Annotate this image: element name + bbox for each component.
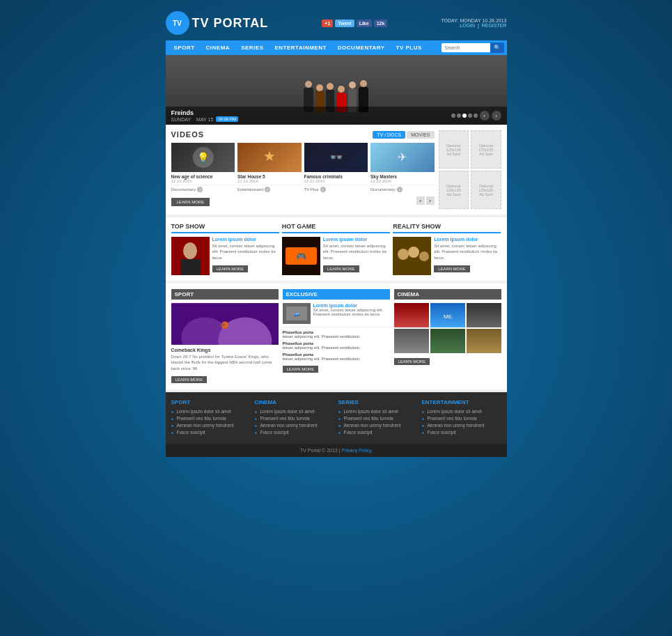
footer-ent-link-4[interactable]: Fusce suscipit — [422, 430, 501, 435]
cinema-poster-6[interactable] — [467, 329, 501, 353]
video-tag-1: Documentary — [171, 187, 196, 192]
hot-game-desc: Sit amet, consec tetuer adipiscing elit.… — [323, 243, 390, 261]
dot-2[interactable] — [457, 114, 461, 118]
tab-movies[interactable]: MOVIES — [407, 131, 434, 139]
cinema-poster-3[interactable] — [467, 303, 501, 327]
video-card-2: ★ Star House 5 12.22.2010 Entertainment … — [237, 143, 302, 192]
footer-ent-link-2[interactable]: Praesent ves tibu lumola — [422, 416, 501, 421]
reality-show-title: REALITY SHOW — [393, 223, 501, 233]
svg-point-6 — [183, 242, 197, 259]
video-thumb-4[interactable]: ✈ — [370, 143, 435, 172]
nav-tvplus[interactable]: TV PLUS — [391, 40, 428, 55]
dot-4[interactable] — [468, 114, 472, 118]
hot-game-btn[interactable]: LEARN MORE — [323, 265, 359, 272]
svg-point-13 — [408, 247, 419, 258]
hero-controls: ‹ › — [451, 111, 501, 121]
nav-search: 🔍 — [442, 42, 504, 53]
video-thumb-3[interactable]: 👓 — [304, 143, 368, 172]
svg-text:💡: 💡 — [197, 152, 210, 164]
register-link[interactable]: REGISTER — [482, 23, 507, 28]
svg-point-14 — [419, 251, 429, 261]
info-icon-4[interactable]: i — [397, 187, 403, 192]
video-date-3: 12.22.2010 — [304, 179, 368, 183]
footer-series-link-3[interactable]: Aenean non ummy hendrerit — [338, 423, 418, 428]
video-tag-3: TV Plus — [304, 187, 319, 192]
video-date-1: 12.22.2010 — [171, 179, 235, 183]
reality-show-image[interactable] — [393, 237, 431, 275]
video-thumb-2[interactable]: ★ — [237, 143, 302, 172]
nav-sport[interactable]: SPORT — [169, 40, 201, 55]
footer-sport-link-1[interactable]: Lorem ipsum dolor sit amet — [171, 409, 251, 414]
tab-tv-docs[interactable]: TV / DOCS — [373, 131, 405, 139]
video-title-1: New age of science — [171, 174, 235, 179]
footer-col-cinema: CINEMA Lorem ipsum dolor sit amet Praese… — [255, 399, 334, 437]
gplus-button[interactable]: +1 — [322, 20, 333, 27]
footer-cinema-link-4[interactable]: Fusce suscipit — [255, 430, 334, 435]
video-prev[interactable]: ‹ — [416, 196, 425, 205]
panel-reality-show: REALITY SHOW Lorem ipsum dolor Sit amet,… — [393, 223, 501, 275]
privacy-link[interactable]: Privacy Policy — [341, 448, 372, 453]
dot-5[interactable] — [474, 114, 478, 118]
top-show-title: TOP SHOW — [171, 223, 279, 233]
svg-text:🎮: 🎮 — [295, 251, 306, 261]
hero-next-button[interactable]: › — [492, 111, 501, 121]
nav-series[interactable]: SERIES — [235, 40, 269, 55]
footer-cinema-link-2[interactable]: Praesent ves tibu lumola — [255, 416, 334, 421]
footer-col-series: SERIES Lorem ipsum dolor sit amet Praese… — [338, 399, 418, 437]
twitter-button[interactable]: Tweet — [335, 20, 354, 27]
footer-sport-link-2[interactable]: Praesent ves tibu lumola — [171, 416, 251, 421]
nav-documentary[interactable]: DOCUMENTARY — [332, 40, 391, 55]
cinema-poster-1[interactable] — [394, 303, 429, 327]
footer-series-link-1[interactable]: Lorem ipsum dolor sit amet — [338, 409, 418, 414]
logo-area: TV TV PORTAL — [166, 11, 269, 35]
cinema-poster-2[interactable]: ME — [430, 303, 465, 327]
search-button[interactable]: 🔍 — [490, 42, 504, 53]
dot-1[interactable] — [451, 114, 455, 118]
exclusive-learn-more[interactable]: LEARN MORE — [283, 366, 319, 373]
cinema-learn-more[interactable]: LEARN MORE — [394, 358, 430, 365]
ad-spot-1: Optional125x125Ad Spot — [439, 130, 469, 169]
video-title-3: Famous criminals — [304, 174, 368, 179]
excl-main-title: Lorem ipsum dolor — [313, 303, 390, 308]
login-link[interactable]: LOGIN — [460, 23, 475, 28]
nav-cinema[interactable]: CINEMA — [201, 40, 236, 55]
video-thumb-1[interactable]: 💡 — [171, 143, 235, 172]
footer-cinema-link-3[interactable]: Aenean non ummy hendrerit — [255, 423, 334, 428]
footer-cinema-link-1[interactable]: Lorem ipsum dolor sit amet — [255, 409, 334, 414]
panel-top-show: TOP SHOW Lorem ipsum dolor Sit amet, con… — [171, 223, 279, 275]
search-input[interactable] — [442, 43, 490, 52]
header: TV TV PORTAL +1 Tweet Like 12k TODAY: MO… — [166, 7, 507, 39]
info-icon-2[interactable]: i — [265, 187, 270, 192]
info-icon-3[interactable]: i — [320, 187, 326, 192]
footer-sport-link-4[interactable]: Fusce suscipit — [171, 430, 251, 435]
cinema-poster-5[interactable] — [430, 329, 465, 353]
svg-point-12 — [398, 249, 409, 260]
footer-series-link-2[interactable]: Praesent ves tibu lumola — [338, 416, 418, 421]
video-next[interactable]: › — [426, 196, 435, 205]
info-icon-1[interactable]: i — [197, 187, 203, 192]
sport-desc: Down 29-7 No problem for Tyreke Evans' K… — [171, 354, 279, 371]
reality-show-btn[interactable]: LEARN MORE — [434, 265, 470, 272]
sport-image[interactable]: 🏀 — [171, 303, 279, 345]
hero-prev-button[interactable]: ‹ — [480, 111, 490, 121]
cinema-poster-4[interactable] — [394, 329, 429, 353]
top-show-btn[interactable]: LEARN MORE — [212, 265, 249, 272]
videos-section: VIDEOS TV / DOCS MOVIES 💡 New age of sci… — [166, 125, 507, 215]
footer-sport-link-3[interactable]: Aenean non ummy hendrerit — [171, 423, 251, 428]
sport-learn-more[interactable]: LEARN MORE — [171, 376, 208, 383]
footer-ent-link-1[interactable]: Lorem ipsum dolor sit amet — [422, 409, 501, 414]
reality-show-label: Lorem ipsum dolor — [434, 237, 501, 242]
dot-3[interactable] — [462, 114, 467, 118]
excl-main-image[interactable]: 🚙 — [283, 303, 311, 324]
top-show-image[interactable] — [171, 237, 210, 275]
video-card-1: 💡 New age of science 12.22.2010 Document… — [171, 143, 235, 192]
fb-button[interactable]: Like — [357, 20, 372, 27]
top-show-label: Lorem ipsum dolor — [212, 237, 279, 242]
nav-entertainment[interactable]: ENTERTAINMENT — [269, 40, 331, 55]
footer-entertainment-title: ENTERTAINMENT — [422, 399, 501, 405]
videos-learn-more[interactable]: LEARN MORE — [171, 198, 210, 206]
footer-ent-link-3[interactable]: Aenean non ummy hendrerit — [422, 423, 501, 428]
footer-series-link-4[interactable]: Fusce suscipit — [338, 430, 418, 435]
hot-game-image[interactable]: 🎮 — [282, 237, 320, 275]
svg-rect-7 — [180, 259, 201, 275]
